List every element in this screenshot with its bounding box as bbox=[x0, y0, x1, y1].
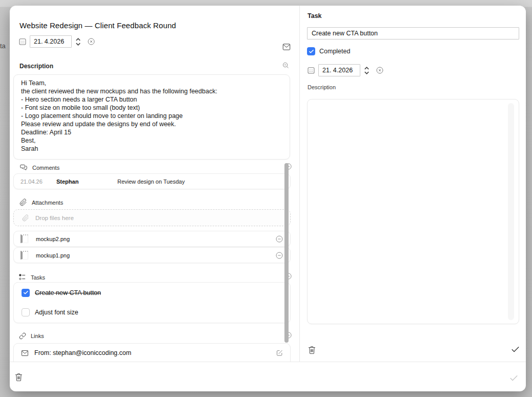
date-stepper[interactable] bbox=[75, 37, 81, 46]
task-label: Create new CTA button bbox=[35, 289, 101, 296]
note-date-row: 21. 4.2026 bbox=[18, 35, 95, 48]
remove-attachment-icon[interactable] bbox=[275, 235, 283, 243]
comment-date: 21.04.26 bbox=[21, 178, 56, 185]
comment-text: Review design on Tuesday bbox=[117, 178, 185, 185]
file-thumbnail-icon bbox=[21, 251, 28, 260]
task-description-textarea-box bbox=[307, 99, 519, 324]
dialog-footer bbox=[10, 362, 526, 391]
task-checkbox-unchecked[interactable] bbox=[22, 308, 30, 316]
save-task-icon[interactable] bbox=[510, 345, 520, 354]
comment-row[interactable]: 21.04.26 Stephan Review design on Tuesda… bbox=[13, 173, 291, 189]
comments-label: Comments bbox=[32, 165, 59, 171]
completed-row[interactable]: Completed bbox=[307, 47, 350, 55]
delete-note-icon[interactable] bbox=[14, 372, 23, 382]
completed-label: Completed bbox=[319, 48, 350, 55]
dropzone-placeholder: Drop files here bbox=[35, 215, 74, 221]
task-label: Adjust font size bbox=[35, 309, 78, 316]
file-dropzone[interactable]: Drop files here bbox=[13, 209, 291, 226]
comment-author: Stephan bbox=[56, 178, 117, 185]
task-row[interactable]: Adjust font size bbox=[15, 304, 289, 322]
attachment-filename: mockup1.png bbox=[36, 252, 70, 259]
link-icon bbox=[19, 332, 26, 340]
calendar-icon[interactable] bbox=[18, 37, 27, 46]
note-title[interactable]: Website Redesign — Client Feedback Round bbox=[19, 21, 176, 30]
attachment-row[interactable]: mockup1.png bbox=[13, 247, 291, 263]
email-icon bbox=[21, 349, 29, 357]
task-description-label: Description bbox=[308, 84, 336, 90]
comments-icon bbox=[19, 164, 28, 171]
tasks-list: Create new CTA button Adjust font size bbox=[13, 282, 291, 323]
delete-task-icon[interactable] bbox=[308, 345, 316, 355]
due-date-field[interactable]: 21. 4.2026 bbox=[30, 35, 72, 48]
attachments-label: Attachments bbox=[32, 200, 63, 206]
task-detail-dialog: Website Redesign — Client Feedback Round… bbox=[10, 6, 526, 391]
task-panel-heading: Task bbox=[308, 12, 322, 19]
clear-date-icon[interactable] bbox=[376, 66, 384, 74]
save-note-icon[interactable] bbox=[509, 373, 519, 383]
paperclip-icon bbox=[19, 198, 27, 206]
task-date-row: 21. 4.2026 bbox=[307, 64, 384, 76]
scrollbar-thumb[interactable] bbox=[284, 163, 289, 343]
attachment-filename: mockup2.png bbox=[36, 236, 70, 242]
calendar-icon[interactable] bbox=[307, 66, 315, 74]
paperclip-icon bbox=[22, 214, 29, 222]
task-edit-panel: Task Create new CTA button Completed 21.… bbox=[300, 6, 526, 362]
email-icon[interactable] bbox=[282, 43, 291, 51]
link-text: From: stephan@iconiccoding.com bbox=[34, 349, 131, 356]
completed-checkbox[interactable] bbox=[307, 47, 315, 55]
description-textarea[interactable]: Hi Team, the client reviewed the new moc… bbox=[13, 74, 290, 160]
task-title-input[interactable]: Create new CTA button bbox=[307, 27, 519, 39]
date-stepper[interactable] bbox=[363, 66, 370, 75]
background-window-fragment: ta bbox=[0, 42, 6, 50]
links-label: Links bbox=[31, 333, 44, 339]
checklist-icon bbox=[18, 273, 26, 281]
remove-attachment-icon[interactable] bbox=[275, 251, 283, 260]
task-description-textarea[interactable] bbox=[308, 100, 519, 324]
attachment-row[interactable]: mockup2.png bbox=[13, 231, 291, 247]
tasks-label: Tasks bbox=[31, 274, 45, 281]
zoom-out-magnifier-icon[interactable] bbox=[282, 62, 290, 69]
sections-scroll-area[interactable]: Comments 21.04.26 Stephan Review design … bbox=[10, 160, 299, 362]
task-checkbox-checked[interactable] bbox=[22, 289, 30, 297]
textarea-scrollbar-track[interactable] bbox=[508, 103, 514, 320]
clear-date-icon[interactable] bbox=[87, 37, 95, 46]
open-link-icon[interactable] bbox=[276, 349, 283, 357]
link-row[interactable]: From: stephan@iconiccoding.com bbox=[13, 343, 291, 362]
task-date-field[interactable]: 21. 4.2026 bbox=[318, 64, 360, 76]
note-panel: Website Redesign — Client Feedback Round… bbox=[10, 6, 299, 362]
task-row[interactable]: Create new CTA button bbox=[15, 284, 289, 302]
description-label: Description bbox=[19, 63, 53, 70]
file-thumbnail-icon bbox=[21, 234, 28, 243]
